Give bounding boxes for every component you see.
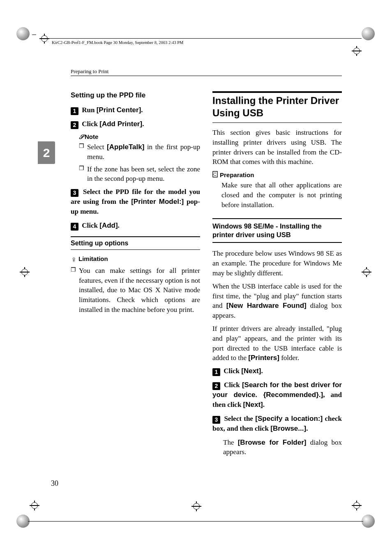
step-end: . bbox=[141, 106, 143, 114]
right-column: Installing the Printer Driver Using USB … bbox=[212, 91, 342, 461]
step-number-icon: 1 bbox=[71, 107, 78, 115]
running-head: Preparing to Print bbox=[71, 68, 108, 75]
chapter-tab: 2 bbox=[38, 141, 55, 164]
corner-ornament bbox=[362, 27, 375, 40]
crosshair-icon bbox=[39, 34, 49, 44]
step-verb: Click bbox=[224, 381, 242, 389]
step-end: . bbox=[142, 120, 144, 128]
ui-next: [Next] bbox=[241, 367, 261, 375]
crosshair-icon bbox=[20, 267, 30, 277]
note-label: Note bbox=[85, 133, 98, 140]
step-3-left: 3 Select the PPD file for the model you … bbox=[71, 187, 200, 217]
ui-next-2: [Next] bbox=[243, 401, 263, 409]
step-number-icon: 3 bbox=[212, 416, 220, 424]
crosshair-icon bbox=[362, 267, 371, 277]
list-item: You can make settings for all printer fe… bbox=[71, 266, 200, 315]
para-3: If printer drivers are already installed… bbox=[212, 324, 342, 363]
step-number-icon: 4 bbox=[71, 223, 78, 231]
ui-specify-location: [Specify a location:] bbox=[255, 415, 323, 422]
step-end: . bbox=[118, 222, 120, 229]
list-item: If the zone has been set, select the zon… bbox=[79, 164, 200, 184]
step-pre: Select the bbox=[224, 415, 255, 422]
crosshair-icon bbox=[352, 46, 362, 56]
running-head-rule bbox=[71, 76, 342, 76]
note-heading: 𝒮Note bbox=[79, 133, 200, 141]
ui-printers-folder: [Printers] bbox=[248, 354, 279, 362]
ui-appletalk: [AppleTalk] bbox=[107, 143, 144, 151]
limitation-heading: ♀Limitation bbox=[71, 255, 200, 264]
step-end: . bbox=[261, 367, 263, 375]
intro-para: This section gives basic instructions fo… bbox=[212, 128, 342, 167]
p3-post: folder. bbox=[279, 354, 299, 362]
crop-rule bbox=[28, 521, 363, 522]
ui-print-center: [Print Center] bbox=[97, 106, 141, 114]
step-number-icon: 2 bbox=[212, 382, 220, 390]
heading-underline bbox=[212, 122, 342, 123]
preparation-heading: Preparation bbox=[212, 171, 342, 179]
ui-printer-model: [Printer Model:] bbox=[131, 198, 184, 205]
step-verb: Click bbox=[224, 367, 241, 375]
follow-pre: The bbox=[223, 439, 238, 446]
step-1-left: 1 Run [Print Center]. bbox=[71, 105, 200, 115]
crop-rule bbox=[49, 38, 362, 39]
heading-usb: Installing the Printer Driver Using USB bbox=[212, 91, 342, 119]
ui-add: [Add] bbox=[99, 222, 118, 229]
heading-ppd: Setting up the PPD file bbox=[71, 91, 200, 99]
list-item: Select [AppleTalk] in the first pop-up m… bbox=[79, 142, 200, 162]
step-4-left: 4 Click [Add]. bbox=[71, 221, 200, 231]
crop-header: KirC2-GB-Pref1-F_FM.book Page 30 Monday,… bbox=[52, 40, 183, 45]
crosshair-icon bbox=[352, 501, 362, 510]
ui-browse-folder: [Browse for Folder] bbox=[238, 439, 307, 446]
limitation-icon: ♀ bbox=[71, 255, 77, 264]
content-area: Setting up the PPD file 1 Run [Print Cen… bbox=[71, 91, 342, 461]
ui-add-printer: [Add Printer] bbox=[99, 120, 142, 128]
ui-new-hardware: [New Hardware Found] bbox=[226, 302, 307, 309]
page-number: 30 bbox=[51, 479, 58, 488]
note-list: Select [AppleTalk] in the first pop-up m… bbox=[79, 142, 200, 184]
crop-rule bbox=[32, 35, 36, 35]
step-end: . bbox=[263, 401, 265, 409]
step-number-icon: 2 bbox=[71, 121, 78, 129]
step-verb: Run bbox=[82, 106, 96, 114]
step-number-icon: 3 bbox=[71, 189, 78, 197]
preparation-icon bbox=[212, 171, 218, 179]
step-verb: Click bbox=[82, 222, 99, 229]
step-2-left: 2 Click [Add Printer]. bbox=[71, 119, 200, 129]
limitation-list: You can make settings for all printer fe… bbox=[71, 266, 200, 315]
preparation-label: Preparation bbox=[220, 171, 254, 178]
crosshair-icon bbox=[30, 501, 39, 510]
step-3-followup: The [Browse for Folder] dialog box appea… bbox=[223, 438, 342, 457]
subsection-options: Setting up options bbox=[71, 236, 200, 250]
note-icon: 𝒮 bbox=[79, 134, 83, 140]
para-2: When the USB interface cable is used for… bbox=[212, 282, 342, 321]
subsection-win98: Windows 98 SE/Me - Installing the printe… bbox=[212, 218, 342, 243]
ui-browse: [Browse...] bbox=[270, 425, 306, 432]
corner-ornament bbox=[362, 515, 375, 528]
crosshair-icon bbox=[191, 501, 201, 511]
step-2-right: 2 Click [Search for the best driver for … bbox=[212, 380, 342, 410]
preparation-body: Make sure that all other applications ar… bbox=[221, 180, 342, 210]
step-verb: Click bbox=[82, 120, 99, 128]
note-text: If the zone has been set, select the zon… bbox=[87, 165, 200, 183]
limitation-label: Limitation bbox=[78, 255, 108, 262]
corner-ornament bbox=[16, 27, 30, 40]
note-pre: Select bbox=[87, 143, 107, 151]
left-column: Setting up the PPD file 1 Run [Print Cen… bbox=[71, 91, 200, 461]
step-end: . bbox=[306, 425, 308, 432]
para-1: The procedure below uses Windows 98 SE a… bbox=[212, 249, 342, 278]
step-1-right: 1 Click [Next]. bbox=[212, 366, 342, 376]
step-3-right: 3 Select the [Specify a location:] check… bbox=[212, 414, 342, 434]
step-number-icon: 1 bbox=[212, 368, 220, 376]
heading-options: Setting up options bbox=[71, 240, 200, 247]
